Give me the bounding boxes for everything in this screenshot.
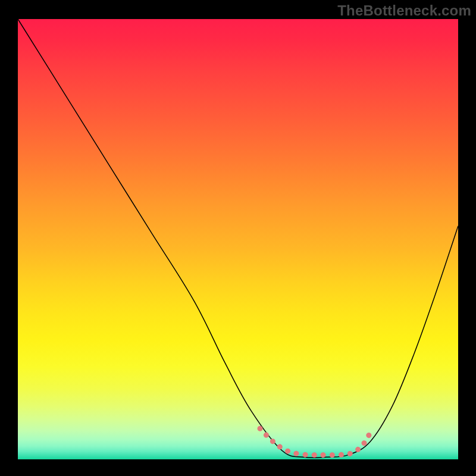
curve-layer: [18, 19, 458, 459]
trough-dots: [260, 428, 372, 455]
plot-area: [18, 19, 458, 459]
watermark-label: TheBottleneck.com: [337, 2, 471, 19]
bottleneck-curve: [18, 19, 458, 458]
chart-frame: TheBottleneck.com: [0, 0, 476, 476]
